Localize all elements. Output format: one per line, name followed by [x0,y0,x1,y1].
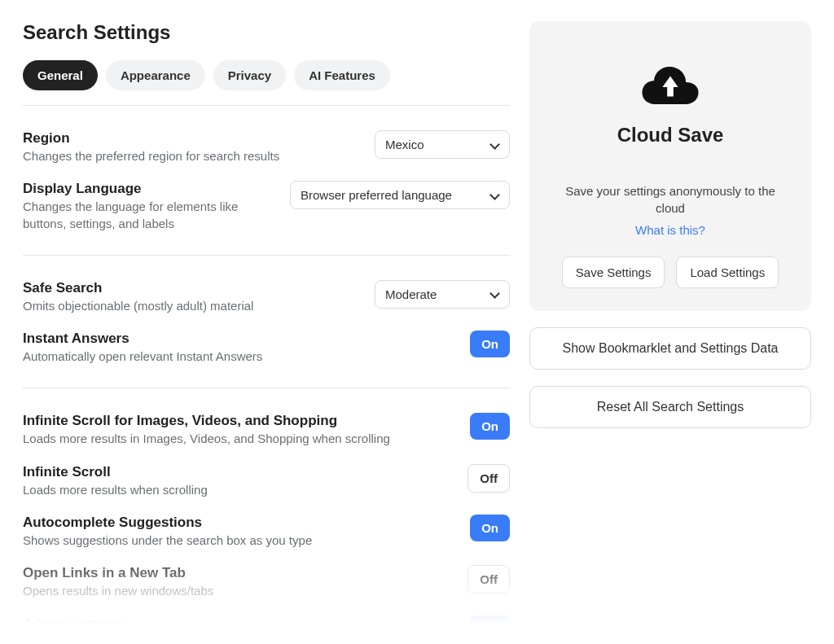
safe-search-title: Safe Search [23,280,358,296]
page-title: Search Settings [23,21,170,44]
chevron-down-icon [489,289,499,299]
chevron-down-icon [489,140,499,150]
group-safety: Safe Search Omits objectionable (mostly … [23,255,510,388]
safe-search-desc: Omits objectionable (mostly adult) mater… [23,298,358,314]
tab-general[interactable]: General [23,60,98,90]
display-language-desc: Changes the language for elements like b… [23,199,274,232]
open-new-tab-desc: Opens results in new windows/tabs [23,583,451,599]
cloud-save-heading: Cloud Save [552,124,788,147]
display-language-title: Display Language [23,181,274,197]
infinite-scroll-media-toggle[interactable]: On [470,413,510,440]
row-instant-answers: Instant Answers Automatically open relev… [23,322,510,373]
load-settings-button[interactable]: Load Settings [676,256,779,288]
display-language-select[interactable]: Browser preferred language [290,181,510,209]
cloud-save-subtitle: Save your settings anonymously to the cl… [552,182,788,217]
open-new-tab-toggle[interactable]: Off [467,565,510,594]
advertisements-desc: If you still want to support us, help sp… [23,633,454,644]
row-infinite-scroll-media: Infinite Scroll for Images, Videos, and … [23,405,510,455]
row-open-new-tab: Open Links in a New Tab Opens results in… [23,557,510,607]
region-select[interactable]: Mexico [375,130,510,159]
autocomplete-desc: Shows suggestions under the search box a… [23,532,454,549]
cloud-save-card: Cloud Save Save your settings anonymousl… [529,21,811,311]
infinite-scroll-title: Infinite Scroll [23,464,451,480]
instant-answers-title: Instant Answers [23,331,454,347]
autocomplete-toggle[interactable]: On [470,515,510,541]
safe-search-value: Moderate [385,287,437,301]
advertisements-title: Advertisements [23,616,454,632]
row-safe-search: Safe Search Omits objectionable (mostly … [23,272,510,322]
open-new-tab-title: Open Links in a New Tab [23,565,451,581]
group-locale: Region Changes the preferred region for … [23,105,510,255]
settings-tabs: General Appearance Privacy AI Features [23,60,390,90]
instant-answers-toggle[interactable]: On [470,331,510,357]
tab-privacy[interactable]: Privacy [213,60,286,90]
reset-all-settings-button[interactable]: Reset All Search Settings [529,386,811,428]
region-title: Region [23,130,358,147]
tab-ai-features[interactable]: AI Features [294,60,390,90]
infinite-scroll-toggle[interactable]: Off [467,464,510,493]
cloud-upload-icon [642,65,699,104]
region-value: Mexico [385,138,424,151]
row-infinite-scroll: Infinite Scroll Loads more results when … [23,456,510,506]
show-bookmarklet-button[interactable]: Show Bookmarklet and Settings Data [529,327,811,370]
autocomplete-title: Autocomplete Suggestions [23,515,454,531]
group-results: Infinite Scroll for Images, Videos, and … [23,388,510,644]
help-spread-link[interactable]: help spread DuckDuckGo [184,634,323,644]
row-display-language: Display Language Changes the language fo… [23,173,510,240]
row-autocomplete: Autocomplete Suggestions Shows suggestio… [23,506,510,557]
infinite-scroll-media-desc: Loads more results in Images, Videos, an… [23,431,454,447]
infinite-scroll-desc: Loads more results when scrolling [23,482,451,498]
instant-answers-desc: Automatically open relevant Instant Answ… [23,348,454,365]
safe-search-select[interactable]: Moderate [375,280,510,309]
cloud-what-is-this-link[interactable]: What is this? [635,223,705,237]
chevron-down-icon [489,191,499,200]
row-region: Region Changes the preferred region for … [23,122,510,173]
infinite-scroll-media-title: Infinite Scroll for Images, Videos, and … [23,413,454,429]
display-language-value: Browser preferred language [301,188,452,202]
tab-appearance[interactable]: Appearance [106,60,205,90]
region-desc: Changes the preferred region for search … [23,148,358,164]
row-advertisements: Advertisements If you still want to supp… [23,607,510,644]
save-settings-button[interactable]: Save Settings [562,256,665,288]
advertisements-toggle[interactable]: On [470,616,510,642]
